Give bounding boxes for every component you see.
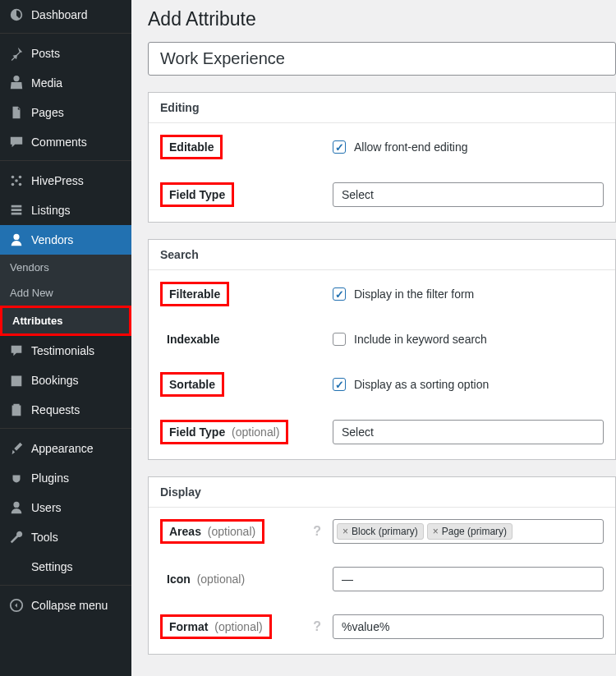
label-icon: Icon (optional) [160,569,251,589]
sidebar-item-dashboard[interactable]: Dashboard [0,0,131,30]
subitem-attributes[interactable]: Attributes [0,306,131,336]
subitem-vendors[interactable]: Vendors [0,255,131,280]
sidebar-item-settings[interactable]: Settings [0,552,131,582]
dashboard-icon [8,7,25,23]
label-field-type: Field Type [160,182,234,207]
sidebar-item-requests[interactable]: Requests [0,395,131,425]
label-editable: Editable [160,135,223,159]
section-header: Display [149,477,615,508]
sidebar-item-label: Bookings [31,374,79,387]
select-icon[interactable]: — [333,567,604,591]
sidebar-item-label: Tools [31,531,58,544]
help-icon[interactable]: ? [313,524,321,539]
help-icon[interactable]: ? [313,619,321,634]
checkbox-label[interactable]: Display in the filter form [354,287,474,301]
sidebar-item-listings[interactable]: Listings [0,195,131,225]
attribute-title-input[interactable] [148,42,616,76]
row-sortable: Sortable Display as a sorting option [160,372,604,397]
sidebar-item-label: HivePress [31,174,84,187]
plug-icon [8,470,25,486]
checkbox-label[interactable]: Allow front-end editing [354,140,468,154]
sidebar-item-users[interactable]: Users [0,493,131,522]
label-indexable: Indexable [160,329,227,349]
sidebar-item-pages[interactable]: Pages [0,98,131,127]
row-icon: Icon (optional) — [160,567,604,591]
pin-icon [8,45,25,62]
section-search: Search Filterable Display in the filter … [148,239,616,460]
collapse-icon [8,597,25,614]
sidebar-item-label: Comments [31,136,87,149]
svg-point-4 [15,179,18,182]
sidebar-item-plugins[interactable]: Plugins [0,463,131,493]
section-header: Search [149,240,615,270]
areas-tagbox[interactable]: ×Block (primary) ×Page (primary) [333,519,604,544]
row-filterable: Filterable Display in the filter form [160,282,604,306]
tag-area[interactable]: ×Page (primary) [427,523,513,540]
sidebar-item-label: Settings [31,560,73,573]
sidebar-collapse-label: Collapse menu [31,599,108,612]
sidebar-item-bookings[interactable]: Bookings [0,366,131,395]
checkbox-editable[interactable] [333,140,346,154]
select-search-field-type[interactable]: Select [333,420,604,444]
label-format: Format (optional) [160,614,272,639]
wrench-icon [8,529,25,545]
label-filterable: Filterable [160,282,229,306]
checkbox-indexable[interactable] [333,333,346,346]
tag-area[interactable]: ×Block (primary) [337,523,424,540]
section-editing: Editing Editable Allow front-end editing… [148,92,616,223]
sidebar-item-label: Requests [31,403,80,416]
user-icon [8,499,25,516]
sidebar-item-label: Posts [31,47,60,60]
admin-sidebar: Dashboard Posts Media Pages Comments Hiv… [0,0,131,676]
sidebar-item-hivepress[interactable]: HivePress [0,166,131,195]
sidebar-item-label: Users [31,501,62,514]
svg-point-3 [19,183,22,186]
svg-point-0 [11,176,15,179]
sidebar-separator [0,425,131,429]
testimonial-icon [8,343,25,359]
sidebar-item-comments[interactable]: Comments [0,127,131,157]
sidebar-item-appearance[interactable]: Appearance [0,434,131,463]
sidebar-item-tools[interactable]: Tools [0,522,131,552]
row-field-type: Field Type Select [160,182,604,207]
page-icon [8,104,25,121]
checkbox-label[interactable]: Include in keyword search [354,333,487,346]
sidebar-item-testimonials[interactable]: Testimonials [0,336,131,366]
row-indexable: Indexable Include in keyword search [160,329,604,349]
row-format: Format (optional) ? [160,614,604,639]
sidebar-separator [0,157,131,161]
sidebar-item-label: Plugins [31,471,69,485]
sidebar-item-media[interactable]: Media [0,68,131,98]
media-icon [8,75,25,91]
user-icon [8,232,25,248]
calendar-icon [8,372,25,389]
sidebar-item-label: Appearance [31,442,94,455]
svg-point-1 [19,176,22,179]
select-field-type[interactable]: Select [333,182,604,207]
sidebar-item-label: Listings [31,204,70,217]
label-search-field-type: Field Type (optional) [160,420,288,444]
remove-tag-icon[interactable]: × [342,526,348,537]
svg-point-2 [11,183,15,186]
sidebar-separator [0,30,131,34]
sliders-icon [8,559,25,575]
sidebar-item-posts[interactable]: Posts [0,39,131,68]
checkbox-filterable[interactable] [333,287,346,301]
checkbox-label[interactable]: Display as a sorting option [354,378,489,391]
sidebar-item-label: Pages [31,106,64,119]
format-input[interactable] [333,614,604,639]
sidebar-item-label: Media [31,76,62,90]
sidebar-item-label: Vendors [31,233,73,246]
remove-tag-icon[interactable]: × [433,526,439,537]
row-areas: Areas (optional) ? ×Block (primary) ×Pag… [160,519,604,544]
row-editable: Editable Allow front-end editing [160,135,604,159]
label-sortable: Sortable [160,372,224,397]
main-content: Add Attribute Editing Editable Allow fro… [131,0,616,676]
sidebar-separator [0,582,131,586]
list-icon [8,202,25,218]
sidebar-item-vendors[interactable]: Vendors [0,225,131,255]
subitem-add-new[interactable]: Add New [0,280,131,306]
checkbox-sortable[interactable] [333,378,346,391]
sidebar-collapse[interactable]: Collapse menu [0,591,131,620]
comment-icon [8,134,25,150]
